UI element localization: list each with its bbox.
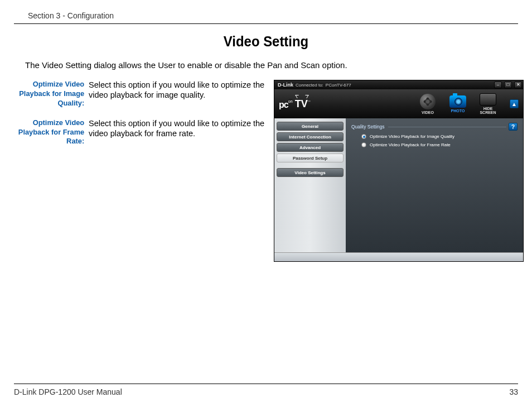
logo-tv: TV [295,98,308,110]
nav-hide-screen[interactable]: HIDE SCREEN [476,93,500,114]
quality-settings-panel: Quality Settings ? Optimize Video Playba… [346,118,523,252]
nav-hide-label: HIDE SCREEN [480,107,496,114]
logo-tm: ™ [307,100,311,103]
logo-pc: pc [279,100,288,110]
definition-item: Optimize Video Playback for Image Qualit… [14,80,270,108]
page-number: 33 [509,387,518,396]
sidebar-item-video-settings[interactable]: Video Settings [277,168,344,177]
radio-label: Optimize Video Playback for Image Qualit… [370,134,454,139]
radio-option-image-quality[interactable]: Optimize Video Playback for Image Qualit… [361,134,518,139]
page-title: Video Setting [34,33,498,50]
camera-icon [449,95,466,108]
radio-option-frame-rate[interactable]: Optimize Video Playback for Frame Rate [361,142,518,147]
radio-icon [361,142,366,147]
collapse-up-button[interactable]: ▲ [510,99,519,108]
help-button[interactable]: ? [509,123,518,131]
minimize-button[interactable]: – [494,82,502,88]
panel-title: Quality Settings [351,124,385,130]
settings-sidebar: General Internet Connection Advanced Pas… [274,118,346,252]
definition-description: Select this option if you would like to … [86,118,270,147]
definition-description: Select this option if you would like to … [86,80,270,108]
nav-video-label: VIDEO [422,111,434,114]
definition-label: Optimize Video Playback for Image Qualit… [18,80,87,108]
definition-label: Optimize Video Playback for Frame Rate: [18,118,87,147]
app-footer-bar [274,252,523,261]
connection-status-value: PConTV-677 [326,83,351,88]
radio-label: Optimize Video Playback for Frame Rate [370,142,451,147]
screen-icon [480,93,496,106]
sidebar-item-advanced[interactable]: Advanced [277,143,344,152]
header-rule [14,23,518,24]
section-header: Section 3 - Configuration [28,11,518,20]
nav-photo[interactable]: PHOTO [446,95,470,113]
film-reel-icon [420,94,436,109]
nav-photo-label: PHOTO [451,109,465,113]
intro-paragraph: The Video Setting dialog allows the User… [25,60,518,70]
close-button[interactable]: ✕ [514,82,522,88]
definitions-column: Optimize Video Playback for Image Qualit… [14,80,270,262]
footer-rule [14,384,518,384]
maximize-button[interactable]: □ [504,82,512,88]
brand-label: D-Link [278,82,293,88]
logo-on: on [288,99,293,104]
sidebar-item-general[interactable]: General [277,122,344,131]
topbar: pc on TV ™ VIDEO PHOTO HIDE SCREEN [274,89,523,118]
definition-item: Optimize Video Playback for Frame Rate: … [14,118,270,147]
sidebar-item-password[interactable]: Password Setup [277,154,344,162]
panel-title-divider [388,127,506,127]
manual-title: D-Link DPG-1200 User Manual [14,387,122,396]
radio-icon [361,134,366,139]
connection-status-label: Connected to: [296,83,323,88]
nav-video[interactable]: VIDEO [416,94,439,114]
titlebar: D-Link Connected to: PConTV-677 – □ ✕ [274,80,523,89]
pcontv-logo: pc on TV ™ [279,98,312,110]
sidebar-item-internet[interactable]: Internet Connection [277,132,344,141]
app-window: D-Link Connected to: PConTV-677 – □ ✕ pc… [274,80,524,262]
